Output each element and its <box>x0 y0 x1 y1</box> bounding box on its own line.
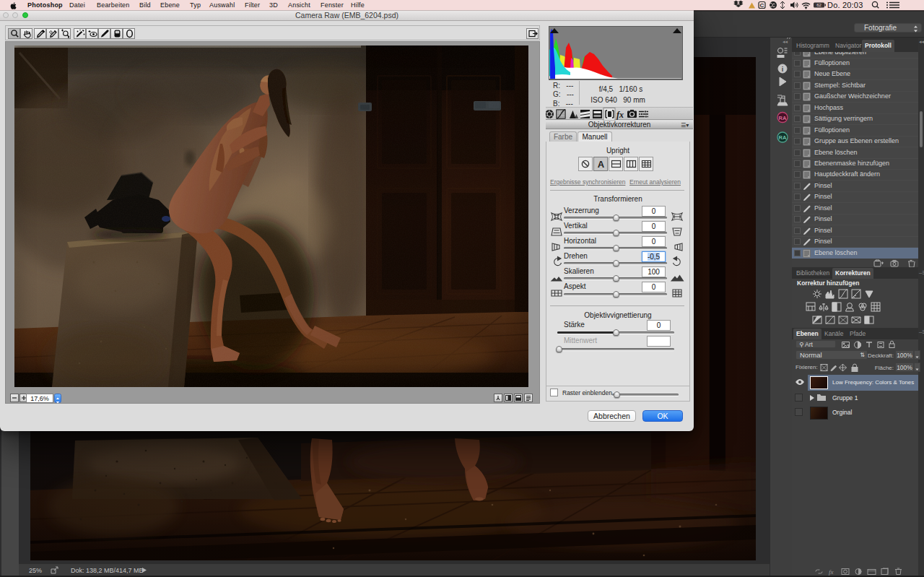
svg-text:RA: RA <box>779 134 787 141</box>
svg-text:fx: fx <box>829 568 834 576</box>
svg-text:fx: fx <box>616 110 624 120</box>
svg-text:i: i <box>782 66 784 73</box>
svg-text:A: A <box>598 159 605 170</box>
svg-text:C: C <box>760 2 764 9</box>
svg-text:RA: RA <box>779 115 787 121</box>
svg-text:62: 62 <box>816 3 821 7</box>
